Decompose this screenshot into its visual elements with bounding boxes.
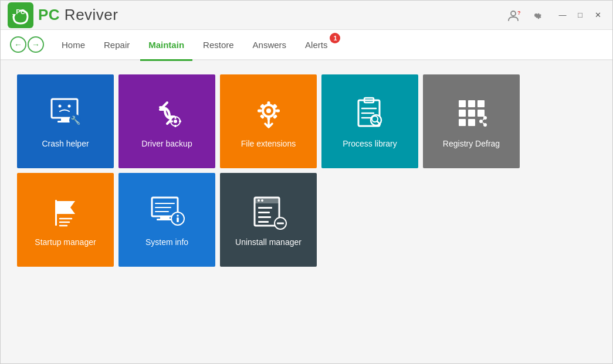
svg-point-19 xyxy=(266,108,271,113)
svg-rect-38 xyxy=(477,100,485,107)
registry-defrag-icon xyxy=(453,94,490,132)
nav-item-repair[interactable]: Repair xyxy=(96,29,138,60)
app-title: PC Reviver xyxy=(38,6,118,24)
svg-rect-23 xyxy=(276,109,280,112)
nav-bar: ← → Home Repair Maintain Restore Answers… xyxy=(1,30,612,60)
svg-rect-36 xyxy=(459,100,466,107)
svg-rect-40 xyxy=(468,110,475,117)
system-info-label: System info xyxy=(145,237,188,247)
svg-rect-20 xyxy=(267,101,270,106)
svg-rect-43 xyxy=(468,119,475,126)
file-extensions-label: File extensions xyxy=(241,139,296,149)
nav-item-answers[interactable]: Answers xyxy=(245,29,295,60)
tile-startup-manager[interactable]: Startup manager xyxy=(17,173,114,267)
tile-registry-defrag[interactable]: Registry Defrag xyxy=(423,74,520,168)
svg-rect-14 xyxy=(174,117,176,119)
tile-driver-backup[interactable]: Driver backup xyxy=(118,74,215,168)
svg-rect-49 xyxy=(55,200,57,226)
svg-rect-69 xyxy=(258,221,269,223)
crash-helper-icon: 🔧 xyxy=(47,94,84,132)
startup-manager-label: Startup manager xyxy=(35,237,96,247)
minimize-button[interactable]: — xyxy=(555,8,570,23)
svg-rect-67 xyxy=(258,212,270,213)
main-content: 🔧 Crash helper Driver ba xyxy=(1,60,612,363)
app-window: PC PC Reviver ? xyxy=(0,0,613,364)
tile-system-info[interactable]: System info xyxy=(118,173,215,267)
svg-point-8 xyxy=(58,104,61,107)
crash-helper-label: Crash helper xyxy=(42,139,89,149)
tile-uninstall-manager[interactable]: Uninstall manager xyxy=(220,173,317,267)
file-extensions-icon xyxy=(250,94,287,132)
nav-item-home[interactable]: Home xyxy=(53,29,93,60)
svg-rect-61 xyxy=(177,217,179,222)
alerts-badge: 1 xyxy=(330,33,340,43)
svg-rect-16 xyxy=(171,120,173,122)
svg-point-60 xyxy=(177,215,179,217)
svg-point-64 xyxy=(258,199,260,202)
svg-point-13 xyxy=(174,120,177,123)
nav-item-alerts[interactable]: Alerts 1 xyxy=(297,29,340,60)
svg-rect-22 xyxy=(258,109,262,112)
nav-item-maintain[interactable]: Maintain xyxy=(140,29,192,60)
process-library-icon xyxy=(351,94,389,132)
tile-file-extensions[interactable]: File extensions xyxy=(220,74,317,168)
svg-text:?: ? xyxy=(517,10,520,16)
tiles-grid: 🔧 Crash helper Driver ba xyxy=(17,74,596,267)
nav-arrows: ← → xyxy=(10,36,44,53)
driver-backup-icon xyxy=(148,94,186,132)
nav-item-restore[interactable]: Restore xyxy=(195,29,242,60)
svg-rect-37 xyxy=(468,100,475,107)
svg-rect-55 xyxy=(157,219,173,220)
svg-rect-6 xyxy=(61,118,70,121)
app-logo-icon: PC xyxy=(8,2,33,28)
svg-rect-42 xyxy=(459,119,466,126)
close-button[interactable]: ✕ xyxy=(590,8,605,23)
window-controls: — □ ✕ xyxy=(555,8,605,23)
settings-button[interactable] xyxy=(528,7,544,23)
svg-rect-41 xyxy=(477,110,485,117)
startup-manager-icon xyxy=(47,193,84,230)
driver-backup-label: Driver backup xyxy=(141,139,192,149)
title-bar: PC PC Reviver ? xyxy=(1,1,612,30)
svg-rect-17 xyxy=(179,120,181,122)
svg-point-65 xyxy=(261,199,263,202)
nav-back-button[interactable]: ← xyxy=(10,36,26,53)
svg-rect-15 xyxy=(174,125,176,127)
nav-forward-button[interactable]: → xyxy=(28,36,44,53)
tile-crash-helper[interactable]: 🔧 Crash helper xyxy=(17,74,114,168)
svg-point-3 xyxy=(511,11,516,16)
registry-defrag-label: Registry Defrag xyxy=(443,139,500,149)
uninstall-manager-label: Uninstall manager xyxy=(235,237,302,247)
svg-point-9 xyxy=(67,104,70,107)
uninstall-manager-icon xyxy=(250,193,287,230)
svg-rect-68 xyxy=(258,216,271,218)
svg-text:🔧: 🔧 xyxy=(70,115,80,125)
process-library-label: Process library xyxy=(343,139,397,149)
logo: PC PC Reviver xyxy=(8,2,118,28)
svg-line-47 xyxy=(483,118,484,120)
system-info-icon xyxy=(148,193,186,230)
svg-rect-54 xyxy=(160,216,170,219)
svg-rect-39 xyxy=(459,110,466,117)
svg-point-44 xyxy=(479,120,483,123)
user-help-button[interactable]: ? xyxy=(506,7,522,23)
svg-line-48 xyxy=(483,123,484,124)
tile-process-library[interactable]: Process library xyxy=(321,74,418,168)
maximize-button[interactable]: □ xyxy=(573,8,588,23)
svg-rect-71 xyxy=(277,222,284,224)
title-bar-actions: ? — □ ✕ xyxy=(506,7,605,23)
svg-rect-66 xyxy=(258,207,272,209)
